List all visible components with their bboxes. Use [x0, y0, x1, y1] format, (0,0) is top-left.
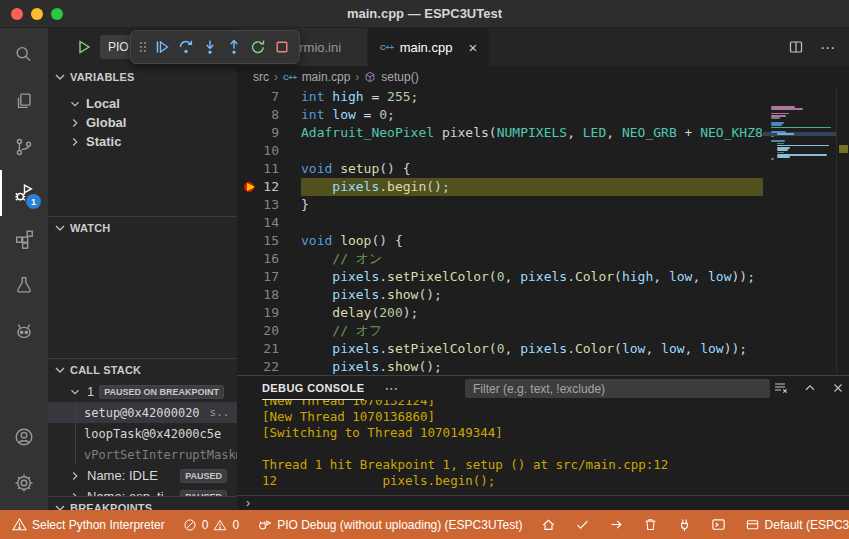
minimize-window-button[interactable]: [31, 8, 43, 20]
sidebar-item-search[interactable]: [0, 32, 48, 78]
stack-frame[interactable]: vPortSetInterruptMask@0: [48, 444, 237, 465]
stack-thread[interactable]: Name: esp_tiPAUSED: [48, 486, 237, 496]
restart-button[interactable]: [246, 33, 270, 61]
gutter[interactable]: 19: [237, 304, 301, 322]
pio-home-icon[interactable]: [541, 517, 556, 532]
clear-console-icon[interactable]: [773, 380, 789, 396]
code-line[interactable]: 19 delay(200);: [237, 304, 849, 322]
call-stack-thread[interactable]: 1 PAUSED ON BREAKPOINT: [48, 381, 237, 402]
sidebar-item-platformio[interactable]: [0, 308, 48, 354]
gutter[interactable]: 20: [237, 322, 301, 340]
code-line[interactable]: 16 // オン: [237, 250, 849, 268]
start-debug-icon[interactable]: [76, 39, 92, 55]
stack-thread[interactable]: Name: IDLEPAUSED: [48, 465, 237, 486]
pio-debug-task-item[interactable]: PIO Debug (without uploading) (ESPC3UTes…: [257, 517, 522, 532]
python-interpreter-item[interactable]: Select Python Interpreter: [12, 517, 165, 532]
code-line[interactable]: 14: [237, 214, 849, 232]
variables-item-global[interactable]: Global: [48, 113, 237, 132]
gutter[interactable]: 16: [237, 250, 301, 268]
zoom-window-button[interactable]: [51, 8, 63, 20]
console-input[interactable]: ›: [237, 495, 849, 510]
call-stack-header[interactable]: CALL STACK: [48, 359, 237, 381]
gutter[interactable]: 21: [237, 340, 301, 358]
tab-debug-console[interactable]: DEBUG CONSOLE: [262, 376, 364, 400]
code-line[interactable]: 17 pixels.setPixelColor(0, pixels.Color(…: [237, 268, 849, 286]
stack-frame[interactable]: setup@0x42000020s..: [48, 402, 237, 423]
code-line[interactable]: 15void loop() {: [237, 232, 849, 250]
sidebar-item-extensions[interactable]: [0, 216, 48, 262]
breadcrumb-folder[interactable]: src: [253, 70, 269, 84]
code-line[interactable]: 18 pixels.show();: [237, 286, 849, 304]
breakpoint-arrow-icon[interactable]: [244, 181, 256, 193]
step-into-button[interactable]: [198, 33, 222, 61]
sidebar-item-run-and-debug[interactable]: 1: [0, 170, 48, 216]
pio-serial-monitor-icon[interactable]: [677, 517, 692, 532]
watch-header[interactable]: WATCH: [48, 217, 237, 239]
code-line[interactable]: 12 pixels.begin();: [237, 178, 849, 196]
code-line[interactable]: 20 // オフ: [237, 322, 849, 340]
gutter[interactable]: 8: [237, 106, 301, 124]
stop-button[interactable]: [270, 33, 294, 61]
sidebar-item-explorer[interactable]: [0, 78, 48, 124]
call-stack-section: CALL STACK 1 PAUSED ON BREAKPOINT setup@…: [48, 358, 237, 496]
code-line[interactable]: 10: [237, 142, 849, 160]
pio-terminal-icon[interactable]: [711, 517, 726, 532]
more-actions-icon[interactable]: ⋯: [384, 380, 400, 396]
breadcrumb-symbol[interactable]: setup(): [381, 70, 418, 84]
gutter[interactable]: 10: [237, 142, 301, 160]
gutter[interactable]: 13: [237, 196, 301, 214]
gutter[interactable]: 14: [237, 214, 301, 232]
overview-ruler[interactable]: [836, 88, 849, 375]
variables-item-static[interactable]: Static: [48, 132, 237, 151]
continue-button[interactable]: [150, 33, 174, 61]
gutter[interactable]: 11: [237, 160, 301, 178]
debug-toolbar[interactable]: [130, 30, 300, 64]
code-line[interactable]: 9Adafruit_NeoPixel pixels(NUMPIXELS, LED…: [237, 124, 849, 142]
code-editor[interactable]: 7int high = 255;8int low = 0;9Adafruit_N…: [237, 88, 849, 375]
gutter[interactable]: 15: [237, 232, 301, 250]
gutter[interactable]: 7: [237, 88, 301, 106]
step-out-button[interactable]: [222, 33, 246, 61]
code-line[interactable]: 11void setup() {: [237, 160, 849, 178]
pio-upload-icon[interactable]: [609, 517, 624, 532]
gutter[interactable]: 17: [237, 268, 301, 286]
maximize-panel-icon[interactable]: [803, 381, 817, 395]
tree-item-label: Static: [86, 134, 121, 149]
breadcrumb-file[interactable]: main.cpp: [302, 70, 351, 84]
code-line[interactable]: 8int low = 0;: [237, 106, 849, 124]
sidebar-item-source-control[interactable]: [0, 124, 48, 170]
console-output[interactable]: [New Thread 1070132124][New Thread 10701…: [237, 400, 849, 495]
toolbar-grip-icon[interactable]: [136, 39, 150, 55]
code-line[interactable]: 22 pixels.show();: [237, 358, 849, 375]
gutter[interactable]: 12: [237, 178, 301, 196]
pio-build-icon[interactable]: [575, 517, 590, 532]
step-over-button[interactable]: [174, 33, 198, 61]
code-line[interactable]: 21 pixels.setPixelColor(0, pixels.Color(…: [237, 340, 849, 358]
tab-main-cpp[interactable]: C++ main.cpp ×: [368, 28, 489, 66]
stack-frame[interactable]: loopTask@0x42000c5e: [48, 423, 237, 444]
gutter[interactable]: 18: [237, 286, 301, 304]
sidebar-item-testing[interactable]: [0, 262, 48, 308]
code-line[interactable]: 7int high = 255;: [237, 88, 849, 106]
gutter[interactable]: 9: [237, 124, 301, 142]
console-filter-input[interactable]: [465, 379, 770, 398]
line-number: 21: [263, 340, 279, 358]
settings-button[interactable]: [0, 460, 48, 506]
split-editor-icon[interactable]: [788, 39, 804, 55]
account-button[interactable]: [0, 414, 48, 460]
pio-clean-icon[interactable]: [643, 517, 658, 532]
variables-item-local[interactable]: Local: [48, 94, 237, 113]
variables-header[interactable]: VARIABLES: [48, 66, 237, 88]
more-actions-icon[interactable]: ⋯: [820, 40, 835, 55]
minimap[interactable]: [763, 88, 836, 375]
code-line[interactable]: 13}: [237, 196, 849, 214]
close-window-button[interactable]: [11, 8, 23, 20]
project-environment-item[interactable]: Default (ESPC3UT: [745, 517, 849, 532]
gutter[interactable]: 22: [237, 358, 301, 375]
breakpoints-header[interactable]: BREAKPOINTS: [48, 497, 237, 510]
close-tab-icon[interactable]: ×: [468, 40, 477, 55]
line-number: 20: [263, 322, 279, 340]
error-count-icon: [183, 518, 197, 532]
problems-item[interactable]: 0 0: [183, 518, 239, 532]
close-panel-icon[interactable]: [831, 381, 845, 395]
